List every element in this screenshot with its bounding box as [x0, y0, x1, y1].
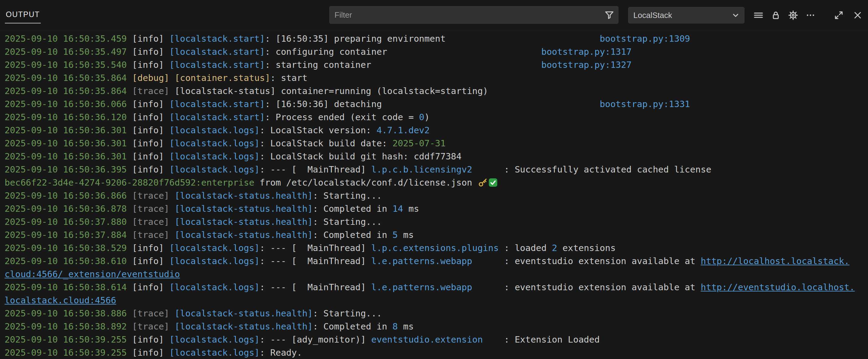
log-segment: extensions: [557, 243, 616, 253]
settings-button[interactable]: [786, 8, 800, 22]
source-link[interactable]: bootstrap.py:1327: [541, 60, 631, 70]
ellipsis-icon: [806, 10, 815, 20]
log-link[interactable]: localstack.cloud:4566: [5, 295, 116, 305]
log-segment: [localstack.logs]: [169, 334, 259, 345]
filter-icon[interactable]: [604, 10, 614, 20]
log-segment: [localstack-status.health]: [175, 308, 313, 319]
log-segment: [localstack.logs]: [169, 256, 259, 266]
log-segment: bec66f22-3d4e-4274-9206-28820f76d592:ent…: [5, 177, 254, 188]
log-segment: : starting container: [265, 60, 541, 70]
log-segment: : Ready.: [259, 348, 302, 358]
log-segment: 2025-09-10 16:50:36.878: [5, 203, 132, 214]
log-segment: : --- [ady_monitor)]: [259, 334, 371, 345]
log-segment: l.p.c.b.licensingv2: [371, 164, 472, 175]
log-line: 2025-09-10 16:50:35.864 [trace] [localst…: [5, 85, 868, 98]
log-segment: 2025-09-10 16:50:35.864: [5, 73, 132, 83]
log-segment: 2025-09-10 16:50:38.610: [5, 256, 132, 266]
source-link[interactable]: bootstrap.py:1309: [599, 33, 690, 44]
log-segment: [localstack.start]: [169, 46, 265, 57]
log-link[interactable]: http://eventstudio.localhost.: [701, 282, 855, 292]
log-segment: : eventstudio extension available at: [472, 256, 701, 266]
log-segment: : Process ended (exit code =: [265, 112, 419, 122]
source-link[interactable]: bootstrap.py:1331: [599, 99, 690, 109]
log-segment: : --- [ MainThread]: [259, 243, 371, 253]
log-segment: : Starting...: [313, 308, 382, 319]
log-segment: [info]: [132, 164, 169, 175]
log-segment: 8: [393, 321, 398, 332]
log-line: 2025-09-10 16:50:36.301 [info] [localsta…: [5, 137, 868, 150]
log-segment: 2025-07-31: [393, 138, 446, 149]
log-segment: 2: [552, 243, 557, 253]
more-actions-button[interactable]: [804, 8, 817, 22]
log-segment: [trace]: [132, 230, 175, 240]
source-link[interactable]: bootstrap.py:1317: [541, 46, 631, 57]
close-icon: [853, 10, 863, 20]
log-link[interactable]: cloud:4566/_extension/eventstudio: [5, 269, 180, 279]
log-segment: : Starting...: [313, 191, 382, 201]
log-segment: [localstack.logs]: [169, 282, 259, 292]
log-segment: : loaded: [499, 243, 552, 253]
log-segment: [info]: [132, 125, 169, 135]
log-segment: [info]: [132, 256, 169, 266]
log-line: 2025-09-10 16:50:35.864 [debug] [contain…: [5, 71, 868, 85]
log-segment: [localstack.start]: [169, 112, 265, 122]
log-segment: 2025-09-10 16:50:37.884: [5, 230, 132, 240]
log-segment: 2025-09-10 16:50:37.880: [5, 217, 132, 227]
log-segment: [info]: [132, 334, 169, 345]
lock-icon: [771, 10, 781, 20]
log-segment: : Completed in: [313, 230, 393, 240]
log-segment: [localstack.logs]: [169, 243, 259, 253]
log-segment: [localstack-status.health]: [175, 321, 313, 332]
log-segment: 2025-09-10 16:50:36.395: [5, 164, 132, 175]
auto-scroll-lock-button[interactable]: [769, 8, 782, 22]
log-segment: 14: [393, 203, 403, 214]
log-segment: [info]: [132, 348, 169, 358]
log-segment: : Completed in: [313, 203, 393, 214]
log-segment: : Completed in: [313, 321, 393, 332]
log-segment: : Starting...: [313, 217, 382, 227]
log-segment: [localstack-status.health]: [175, 217, 313, 227]
output-options-button[interactable]: [752, 8, 765, 22]
log-segment: 2025-09-10 16:50:38.529: [5, 243, 132, 253]
log-segment: [trace]: [132, 203, 175, 214]
log-line: 2025-09-10 16:50:35.497 [info] [localsta…: [5, 45, 868, 58]
chevron-down-icon: [731, 10, 741, 20]
log-segment: [trace]: [132, 308, 175, 319]
log-segment: [info]: [132, 112, 169, 122]
log-segment: 2025-09-10 16:50:36.301: [5, 125, 132, 135]
log-segment: 2025-09-10 16:50:39.255: [5, 348, 132, 358]
log-line: 2025-09-10 16:50:36.301 [info] [localsta…: [5, 124, 868, 137]
log-line: 2025-09-10 16:50:37.880 [trace] [localst…: [5, 216, 868, 228]
log-output[interactable]: 2025-09-10 16:50:35.447 [info] [localsta…: [0, 30, 868, 359]
log-line: 2025-09-10 16:50:35.459 [info] [localsta…: [5, 32, 868, 45]
log-segment: 2025-09-10 16:50:36.066: [5, 99, 132, 109]
log-segment: : Successfully activated cached license: [472, 164, 711, 175]
filter-input-container: [329, 6, 618, 24]
panel-tab-output[interactable]: OUTPUT: [5, 10, 41, 24]
close-panel-button[interactable]: [851, 8, 864, 22]
log-segment: [container.status]: [175, 73, 270, 83]
log-segment: [localstack-status] container=running (l…: [175, 86, 488, 96]
log-link[interactable]: http://localhost.localstack.: [701, 256, 849, 266]
log-segment: [info]: [132, 282, 169, 292]
log-line: 2025-09-10 16:50:37.884 [trace] [localst…: [5, 228, 868, 241]
log-segment: : eventstudio extension available at: [472, 282, 701, 292]
log-segment: : [16:50:35] preparing environment: [265, 33, 600, 44]
log-segment: [localstack.logs]: [169, 151, 259, 162]
log-segment: ms: [398, 230, 413, 240]
log-segment: 2025-09-10 16:50:38.886: [5, 308, 132, 319]
panel-title-label: OUTPUT: [6, 10, 40, 19]
maximize-panel-icon: [834, 10, 844, 20]
panel-action-bar: [752, 8, 864, 22]
gear-icon: [788, 10, 798, 20]
log-line: 2025-09-10 16:50:36.120 [info] [localsta…: [5, 111, 868, 124]
channel-select[interactable]: LocalStack: [628, 7, 744, 24]
log-segment: 5: [393, 230, 398, 240]
log-line: 2025-09-10 16:50:39.255 [info] [localsta…: [5, 333, 868, 346]
log-segment: [localstack.logs]: [169, 138, 259, 149]
maximize-panel-button[interactable]: [832, 8, 845, 22]
output-panel-header: OUTPUT LocalStack: [0, 0, 868, 30]
log-segment: [info]: [132, 30, 169, 31]
log-segment: 4.7.1.dev2: [376, 125, 430, 135]
filter-input[interactable]: [329, 6, 618, 24]
